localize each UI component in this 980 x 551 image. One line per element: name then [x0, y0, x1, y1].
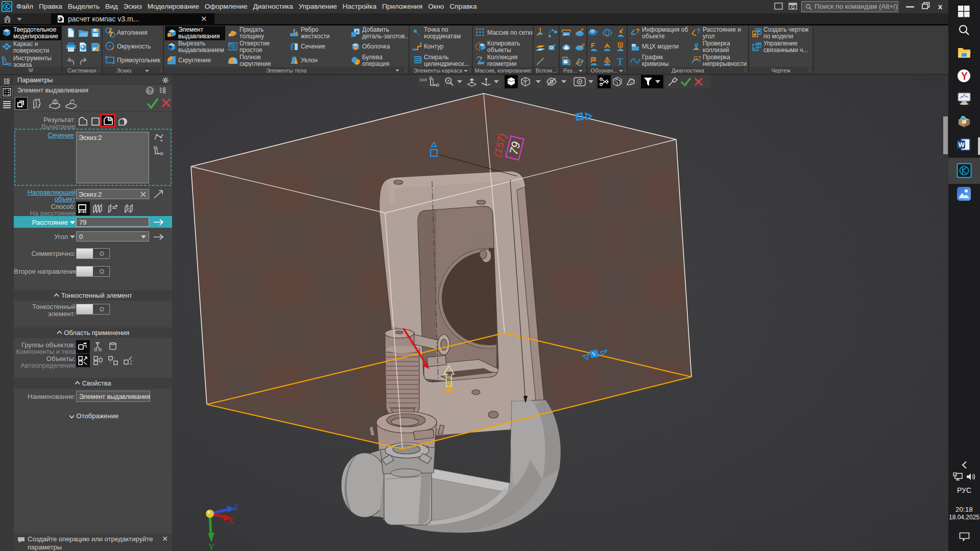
svg-text:Y: Y — [208, 542, 214, 551]
svg-text:x: x — [938, 2, 943, 11]
svg-text:?: ? — [148, 87, 152, 94]
svg-text:G?: G? — [694, 55, 701, 61]
svg-text:?: ? — [697, 28, 700, 35]
svg-text:X: X — [228, 516, 234, 526]
svg-text:W: W — [959, 141, 965, 149]
svg-text:Z: Z — [233, 502, 238, 512]
svg-text:?: ? — [636, 28, 639, 35]
svg-text:T: T — [617, 56, 624, 67]
